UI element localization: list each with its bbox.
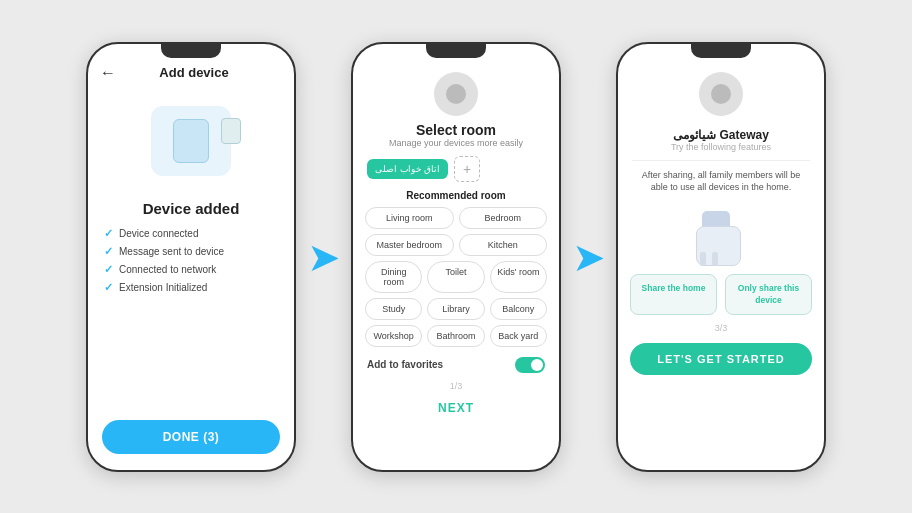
- room-grid: Living room Bedroom Master bedroom Kitch…: [353, 207, 559, 347]
- arrow2: ➤: [561, 237, 616, 277]
- room-row-4: Study Library Balcony: [365, 298, 547, 320]
- next-button[interactable]: NEXT: [367, 401, 545, 415]
- phone1: ← Add device Device added ✓ Device conne…: [86, 42, 296, 472]
- check-item-4: ✓ Extension Initialized: [104, 281, 278, 294]
- room-study[interactable]: Study: [365, 298, 422, 320]
- phone3-illustration: [618, 204, 824, 274]
- selected-room-tag[interactable]: اتاق خواب اصلی: [367, 159, 448, 179]
- toggle-knob: [531, 359, 543, 371]
- phone2-device-inner: [446, 84, 466, 104]
- device-icon-bg: [151, 106, 231, 176]
- check-label-4: Extension Initialized: [119, 282, 207, 293]
- arrow1: ➤: [296, 237, 351, 277]
- room-master-bedroom[interactable]: Master bedroom: [365, 234, 454, 256]
- room-workshop[interactable]: Workshop: [365, 325, 422, 347]
- arrow1-icon: ➤: [307, 237, 341, 277]
- phone3-screen: شیائومی Gateway Try the following featur…: [618, 44, 824, 470]
- room-bedroom[interactable]: Bedroom: [459, 207, 548, 229]
- check-icon-2: ✓: [104, 245, 113, 258]
- select-room-subtitle: Manage your devices more easily: [389, 138, 523, 148]
- device-dot: [221, 118, 241, 144]
- phone1-notch: [161, 44, 221, 58]
- phone1-screen: ← Add device Device added ✓ Device conne…: [88, 44, 294, 470]
- room-living-room[interactable]: Living room: [365, 207, 454, 229]
- room-row-1: Living room Bedroom: [365, 207, 547, 229]
- room-bathroom[interactable]: Bathroom: [427, 325, 484, 347]
- phone2-top: Select room Manage your devices more eas…: [353, 58, 559, 156]
- phone2: Select room Manage your devices more eas…: [351, 42, 561, 472]
- phone3-device-inner: [711, 84, 731, 104]
- phone1-wrapper: ← Add device Device added ✓ Device conne…: [86, 42, 296, 472]
- back-icon[interactable]: ←: [100, 64, 116, 82]
- share-buttons: Share the home Only share this device: [618, 274, 824, 316]
- gateway-graphic: [686, 211, 756, 266]
- device-graphic-leg1: [700, 252, 706, 266]
- room-row-3: Dining room Toilet Kids' room: [365, 261, 547, 293]
- phone3-pagination: 3/3: [618, 323, 824, 333]
- phone3-top: شیائومی Gateway Try the following featur…: [618, 58, 824, 160]
- phone2-pagination: 1/3: [353, 377, 559, 395]
- phone3-wrapper: شیائومی Gateway Try the following featur…: [616, 42, 826, 472]
- room-row-5: Workshop Bathroom Back yard: [365, 325, 547, 347]
- check-icon-3: ✓: [104, 263, 113, 276]
- check-item-1: ✓ Device connected: [104, 227, 278, 240]
- phone3-device-circle: [699, 72, 743, 116]
- check-icon-4: ✓: [104, 281, 113, 294]
- room-library[interactable]: Library: [427, 298, 484, 320]
- phone2-device-circle: [434, 72, 478, 116]
- checklist: ✓ Device connected ✓ Message sent to dev…: [88, 227, 294, 294]
- share-home-button[interactable]: Share the home: [630, 274, 717, 316]
- room-toilet[interactable]: Toilet: [427, 261, 484, 293]
- favorites-row: Add to favorites: [353, 347, 559, 377]
- room-backyard[interactable]: Back yard: [490, 325, 547, 347]
- select-room-title: Select room: [416, 122, 496, 138]
- favorites-toggle[interactable]: [515, 357, 545, 373]
- lets-get-started-button[interactable]: LET'S GET STARTED: [630, 343, 812, 375]
- check-label-1: Device connected: [119, 228, 199, 239]
- phone3: شیائومی Gateway Try the following featur…: [616, 42, 826, 472]
- phone1-illustration: [88, 86, 294, 196]
- room-kids-room[interactable]: Kids' room: [490, 261, 547, 293]
- phone3-notch: [691, 44, 751, 58]
- gateway-name: شیائومی Gateway: [673, 128, 769, 142]
- add-room-button[interactable]: +: [454, 156, 480, 182]
- room-dining-room[interactable]: Dining room: [365, 261, 422, 293]
- try-text: Try the following features: [671, 142, 771, 152]
- phone2-screen: Select room Manage your devices more eas…: [353, 44, 559, 470]
- device-icon: [173, 119, 209, 163]
- divider: [632, 160, 810, 161]
- favorites-label: Add to favorites: [367, 359, 443, 370]
- check-label-3: Connected to network: [119, 264, 216, 275]
- room-row-2: Master bedroom Kitchen: [365, 234, 547, 256]
- phone1-title: Add device: [122, 65, 266, 80]
- device-added-title: Device added: [88, 196, 294, 227]
- phone1-header: ← Add device: [88, 58, 294, 86]
- sharing-text: After sharing, all family members will b…: [618, 169, 824, 194]
- recommended-label: Recommended room: [353, 190, 559, 201]
- done-button[interactable]: DONE (3): [102, 420, 280, 454]
- check-item-3: ✓ Connected to network: [104, 263, 278, 276]
- phone2-wrapper: Select room Manage your devices more eas…: [351, 42, 561, 472]
- share-device-button[interactable]: Only share this device: [725, 274, 812, 316]
- selected-rooms-row: اتاق خواب اصلی +: [353, 156, 559, 182]
- arrow2-icon: ➤: [572, 237, 606, 277]
- room-balcony[interactable]: Balcony: [490, 298, 547, 320]
- phone2-notch: [426, 44, 486, 58]
- room-kitchen[interactable]: Kitchen: [459, 234, 548, 256]
- check-icon-1: ✓: [104, 227, 113, 240]
- check-item-2: ✓ Message sent to device: [104, 245, 278, 258]
- check-label-2: Message sent to device: [119, 246, 224, 257]
- device-graphic-leg2: [712, 252, 718, 266]
- scene: ← Add device Device added ✓ Device conne…: [0, 0, 912, 513]
